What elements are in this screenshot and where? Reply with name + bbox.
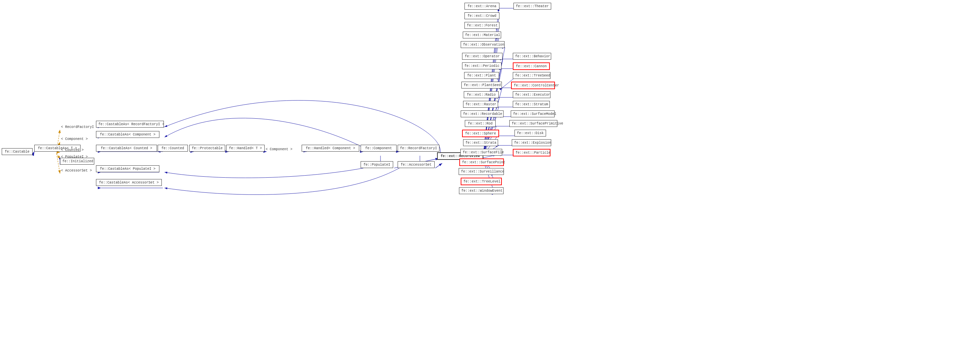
- label-component2: < Component >: [266, 147, 293, 151]
- node-counted: fe::Counted: [158, 145, 188, 152]
- node-plant: fe::ext::Plant: [464, 72, 499, 79]
- node-surveillance: fe::ext::Surveillance: [459, 168, 504, 175]
- node-explosion: fe::ext::Explosion: [512, 139, 551, 146]
- node-controlcenter: fe::ext::ControlCenter: [511, 81, 555, 89]
- node-treelevel: fe::ext::TreeLevel: [461, 178, 502, 185]
- node-castableas-accessorset: fe::CastableAs< AccessorSet >: [96, 179, 162, 186]
- svg-line-22: [435, 163, 442, 168]
- node-fe-castable: fe::Castable: [2, 148, 33, 155]
- diagram-container: fe::Castable fe::CastableAs< T > < Recor…: [0, 0, 980, 343]
- node-castableas-populatei: fe::CastableAs< PopulateI >: [96, 165, 159, 172]
- node-surfacepoint: fe::ext::SurfacePoint: [459, 158, 504, 166]
- node-recordable: fe::ext::Recordable: [461, 110, 504, 117]
- node-rod: fe::ext::Rod: [465, 120, 496, 127]
- node-accessorset: fe::AccessorSet: [398, 161, 434, 168]
- node-raster: fe::ext::Raster: [463, 101, 498, 108]
- node-observation: fe::ext::Observation: [461, 41, 504, 48]
- node-operator: fe::ext::Operator: [462, 53, 503, 60]
- node-populatei: fe::PopulateI: [361, 161, 393, 168]
- node-theater: fe::ext::Theater: [514, 3, 551, 10]
- node-material: fe::ext::Material: [463, 32, 501, 38]
- node-periodic: fe::ext::Periodic: [462, 62, 501, 69]
- node-castableas-counted: fe::CastableAs< Counted >: [96, 145, 157, 152]
- node-castableas-component: fe::CastableAs< Component >: [96, 131, 159, 138]
- node-castableas-recordfactoryi: fe::CastableAs< RecordFactoryI >: [96, 121, 164, 128]
- node-particle: fe::ext::Particle: [513, 149, 550, 156]
- node-windowevent: fe::ext::WindowEvent: [459, 187, 504, 194]
- node-recordfactoryi: fe::RecordFactoryI: [398, 145, 439, 152]
- node-executor: fe::ext::Executor: [513, 91, 550, 98]
- node-initialized: fe::Initialized: [60, 158, 94, 164]
- node-surfacefile: fe::ext::SurfaceFile: [460, 149, 502, 156]
- node-cannon: fe::ext::Cannon: [513, 62, 550, 70]
- node-protectable: fe::Protectable: [189, 145, 225, 152]
- node-handled-component: fe::Handled< Component >: [302, 145, 359, 152]
- node-surfaceprimitive: fe::ext::SurfacePrimitive: [509, 120, 557, 127]
- node-sphere: fe::ext::Sphere: [462, 130, 499, 137]
- label-component: < Component >: [61, 137, 88, 141]
- node-plantseed: fe::ext::PlantSeed: [461, 81, 502, 88]
- node-strata: fe::ext::Strata: [463, 139, 498, 146]
- node-disk: fe::ext::Disk: [514, 130, 546, 137]
- svg-line-8: [57, 154, 60, 174]
- svg-line-3: [33, 152, 34, 155]
- node-radio: fe::ext::Radio: [464, 91, 499, 98]
- node-behavior: fe::ext::Behavior: [513, 53, 551, 60]
- label-counted: < Counted >: [61, 148, 84, 152]
- node-forest: fe::ext::Forest: [465, 22, 500, 29]
- node-component: fe::Component: [361, 145, 396, 152]
- node-arena: fe::ext::Arena: [465, 3, 500, 10]
- node-handled-t: fe::Handled< T >: [226, 145, 265, 152]
- node-treeseed: fe::ext::TreeSeed: [513, 72, 550, 79]
- node-stratum: fe::ext::Stratum: [513, 101, 550, 108]
- node-surfacemodel: fe::ext::SurfaceModel: [511, 110, 555, 117]
- label-record-factory-i: < RecordFactoryI >: [61, 125, 98, 129]
- node-crowd: fe::ext::Crowd: [465, 12, 500, 19]
- label-accessor-set: < AccessorSet >: [61, 169, 92, 172]
